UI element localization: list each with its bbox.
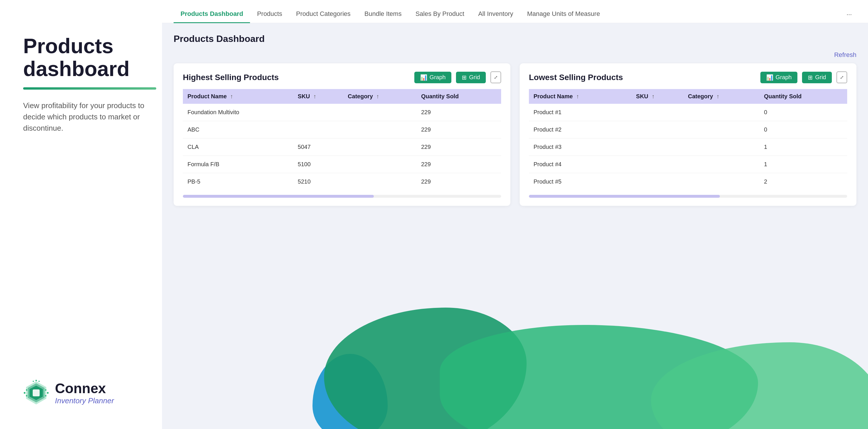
- svg-point-7: [47, 392, 49, 394]
- lowest-table-row: Product #1 0: [529, 104, 847, 121]
- logo-area: Connex Inventory Planner: [23, 380, 114, 406]
- lowest-cell-category-4: [683, 173, 760, 191]
- lowest-table-row: Product #4 1: [529, 156, 847, 173]
- lowest-cell-name-3: Product #4: [529, 156, 631, 173]
- lowest-cell-category-2: [683, 138, 760, 156]
- highest-table-row: Formula F/B 5100 229: [183, 156, 501, 173]
- highest-cell-sku-3: 5100: [293, 156, 343, 173]
- lowest-cell-sku-1: [631, 121, 683, 138]
- lowest-cell-qty-4: 2: [760, 173, 847, 191]
- lowest-table-header-row: Product Name ↑ SKU ↑ Category ↑: [529, 89, 847, 104]
- highest-scrollbar[interactable]: [183, 195, 501, 198]
- nav-more-button[interactable]: ···: [842, 11, 857, 23]
- nav-item-products-dashboard[interactable]: Products Dashboard: [174, 10, 250, 23]
- highest-expand-button[interactable]: ⤢: [490, 71, 501, 83]
- highest-table-row: PB-5 5210 229: [183, 173, 501, 191]
- lowest-cell-sku-3: [631, 156, 683, 173]
- grid-icon: ⊞: [462, 74, 467, 81]
- expand-icon: ⤢: [494, 75, 498, 80]
- lowest-grid-button[interactable]: ⊞ Grid: [802, 72, 832, 83]
- highest-cell-sku-1: [293, 121, 343, 138]
- lowest-col-qty[interactable]: Quantity Sold: [760, 89, 847, 104]
- highest-cell-category-0: [343, 104, 416, 121]
- highest-panel-header: Highest Selling Products 📊 Graph ⊞ Grid …: [183, 71, 501, 83]
- refresh-button[interactable]: Refresh: [834, 51, 857, 59]
- lowest-col-sku[interactable]: SKU ↑: [631, 89, 683, 104]
- highest-panel-title: Highest Selling Products: [183, 73, 410, 82]
- nav-item-products[interactable]: Products: [250, 10, 289, 23]
- highest-graph-button[interactable]: 📊 Graph: [414, 72, 452, 83]
- svg-point-10: [36, 380, 37, 381]
- content-title: Products Dashboard: [174, 34, 857, 44]
- logo-name: Connex: [55, 381, 114, 396]
- lowest-col-product-name[interactable]: Product Name ↑: [529, 89, 631, 104]
- decorative-blobs: [295, 279, 868, 429]
- highest-table-header-row: Product Name ↑ SKU ↑ Category ↑: [183, 89, 501, 104]
- lowest-cell-qty-3: 1: [760, 156, 847, 173]
- navigation: Products Dashboard Products Product Cate…: [162, 0, 868, 23]
- lowest-cell-qty-1: 0: [760, 121, 847, 138]
- highest-cell-category-4: [343, 173, 416, 191]
- lowest-panel-header: Lowest Selling Products 📊 Graph ⊞ Grid ⤢: [529, 71, 847, 83]
- page-description: View profitability for your products to …: [23, 100, 145, 134]
- nav-item-bundle-items[interactable]: Bundle Items: [358, 10, 408, 23]
- highest-cell-sku-0: [293, 104, 343, 121]
- highest-selling-panel: Highest Selling Products 📊 Graph ⊞ Grid …: [174, 63, 510, 206]
- nav-item-manage-units[interactable]: Manage Units of Measure: [520, 10, 607, 23]
- left-panel: Products dashboard View profitability fo…: [0, 0, 162, 429]
- highest-cell-name-4: PB-5: [183, 173, 293, 191]
- highest-col-sku[interactable]: SKU ↑: [293, 89, 343, 104]
- highest-scrollbar-thumb: [183, 195, 374, 198]
- lowest-cell-name-4: Product #5: [529, 173, 631, 191]
- sort-arrow-category: ↑: [376, 93, 379, 100]
- lowest-selling-table: Product Name ↑ SKU ↑ Category ↑: [529, 89, 847, 190]
- lowest-cell-sku-0: [631, 104, 683, 121]
- highest-cell-category-1: [343, 121, 416, 138]
- highest-cell-sku-4: 5210: [293, 173, 343, 191]
- page-title: Products dashboard: [23, 35, 145, 80]
- lowest-cell-name-2: Product #3: [529, 138, 631, 156]
- lowest-col-category[interactable]: Category ↑: [683, 89, 760, 104]
- nav-item-sales-by-product[interactable]: Sales By Product: [408, 10, 471, 23]
- connex-logo-icon: [23, 380, 49, 406]
- content-area: Products Dashboard Refresh Highest Selli…: [162, 23, 868, 216]
- nav-item-product-categories[interactable]: Product Categories: [289, 10, 357, 23]
- refresh-bar: Refresh: [174, 51, 857, 59]
- highest-cell-qty-4: 229: [416, 173, 501, 191]
- gradient-divider: [23, 87, 156, 90]
- grid-icon-2: ⊞: [808, 74, 813, 81]
- svg-point-6: [26, 395, 28, 397]
- lowest-graph-button[interactable]: 📊 Graph: [761, 72, 798, 83]
- svg-point-4: [24, 392, 26, 394]
- svg-rect-3: [33, 389, 40, 396]
- chart-bar-icon-2: 📊: [766, 74, 773, 81]
- lowest-cell-category-3: [683, 156, 760, 173]
- logo-text: Connex Inventory Planner: [55, 381, 114, 405]
- highest-cell-name-0: Foundation Multivito: [183, 104, 293, 121]
- chart-bar-icon: 📊: [420, 74, 427, 81]
- svg-point-11: [33, 381, 34, 382]
- lowest-scrollbar[interactable]: [529, 195, 847, 198]
- highest-table-row: ABC 229: [183, 121, 501, 138]
- nav-item-all-inventory[interactable]: All Inventory: [471, 10, 520, 23]
- lowest-cell-sku-2: [631, 138, 683, 156]
- lowest-cell-qty-0: 0: [760, 104, 847, 121]
- sort-arrow-sku: ↑: [313, 93, 316, 100]
- highest-cell-category-2: [343, 138, 416, 156]
- highest-grid-button[interactable]: ⊞ Grid: [456, 72, 486, 83]
- highest-col-product-name[interactable]: Product Name ↑: [183, 89, 293, 104]
- highest-cell-name-1: ABC: [183, 121, 293, 138]
- highest-col-category[interactable]: Category ↑: [343, 89, 416, 104]
- lowest-scrollbar-thumb: [529, 195, 720, 198]
- highest-col-qty[interactable]: Quantity Sold: [416, 89, 501, 104]
- lowest-cell-name-0: Product #1: [529, 104, 631, 121]
- lowest-expand-button[interactable]: ⤢: [836, 71, 847, 83]
- highest-selling-table: Product Name ↑ SKU ↑ Category ↑: [183, 89, 501, 190]
- panels-row: Highest Selling Products 📊 Graph ⊞ Grid …: [174, 63, 857, 206]
- lowest-cell-category-1: [683, 121, 760, 138]
- highest-cell-qty-0: 229: [416, 104, 501, 121]
- logo-subtitle: Inventory Planner: [55, 396, 114, 405]
- lowest-cell-sku-4: [631, 173, 683, 191]
- lowest-cell-category-0: [683, 104, 760, 121]
- lowest-cell-name-1: Product #2: [529, 121, 631, 138]
